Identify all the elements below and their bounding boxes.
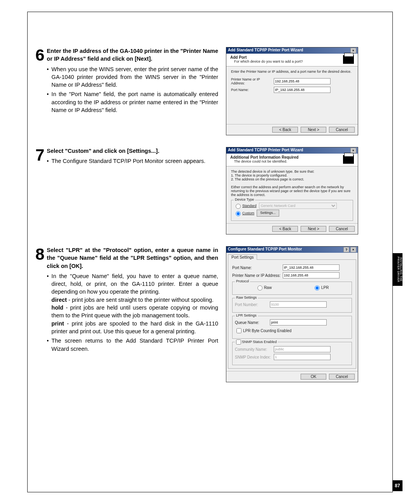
protocol-legend: Protocol	[235, 279, 250, 283]
step6-bullet-1: When you use the WINS server, enter the …	[47, 65, 218, 89]
dlg6-title: Add Standard TCP/IP Printer Port Wizard	[228, 48, 303, 53]
next-button[interactable]: Next >	[301, 127, 326, 133]
ok-button[interactable]: OK	[301, 374, 326, 380]
dlg6-banner-title: Add Port	[230, 55, 303, 60]
community-field	[274, 346, 331, 352]
next-button[interactable]: Next >	[301, 226, 326, 232]
tab-port-settings[interactable]: Port Settings	[228, 254, 257, 260]
label-raw: Raw	[264, 285, 272, 290]
printer-icon	[343, 155, 354, 164]
dialog-add-port: Add Standard TCP/IP Printer Port Wizard …	[226, 47, 358, 135]
lpr-byte-counting-label: LPR Byte Counting Enabled	[243, 329, 292, 333]
lpr-settings-legend: LPR Settings	[235, 313, 258, 317]
close-icon[interactable]: ×	[350, 148, 356, 153]
ip-field[interactable]	[283, 272, 340, 278]
page-number: 87	[392, 480, 402, 491]
raw-settings-legend: Raw Settings	[235, 296, 258, 299]
radio-standard[interactable]	[236, 204, 241, 209]
snmp-checkbox[interactable]	[236, 340, 241, 345]
label-standard: Standard	[242, 204, 257, 208]
dlg7-banner-title: Additional Port Information Required	[230, 155, 299, 159]
dlg7-title: Add Standard TCP/IP Printer Port Wizard	[228, 148, 303, 153]
dlg6-instruction: Enter the Printer Name or IP address, an…	[231, 70, 353, 74]
dlg8-title: Configure Standard TCP/IP Port Monitor	[228, 247, 302, 252]
step6-bullet-2: In the "Port Name" field, the port name …	[47, 90, 218, 114]
page-frame: 6 Enter the IP address of the GA-1040 pr…	[27, 12, 393, 492]
side-tab-label: INSTALLING THE PRINTER DRIVER	[392, 253, 402, 286]
radio-custom[interactable]	[236, 211, 241, 216]
dlg8-ip-label: Printer Name or IP Address:	[232, 273, 283, 278]
community-label: Community Name:	[235, 347, 274, 352]
help-icon[interactable]: ?	[343, 247, 349, 252]
dlg8-port-name-label: Port Name:	[232, 266, 283, 270]
dlg7-body-text: The detected device is of unknown type. …	[231, 170, 353, 197]
dlg6-label-ip: Printer Name or IP Address:	[231, 77, 274, 85]
step-7: 7 Select "Custom" and click on [Settings…	[35, 147, 385, 234]
dlg7-banner-sub: The device could not be identified.	[234, 159, 299, 163]
step-number-6: 6	[35, 47, 44, 63]
lpr-byte-counting-checkbox[interactable]	[236, 328, 242, 333]
printer-icon	[343, 55, 354, 64]
step-8: 8 Select "LPR" at the "Protocol" option,…	[35, 246, 385, 382]
step8-bullet-1: In the "Queue Name" field, you have to e…	[47, 272, 218, 335]
step8-bullet-2: The screen returns to the Add Standard T…	[47, 337, 218, 353]
close-icon[interactable]: ×	[350, 48, 356, 53]
step-number-8: 8	[35, 246, 44, 262]
port-number-label: Port Number:	[235, 303, 270, 307]
cancel-button[interactable]: Cancel	[329, 374, 355, 380]
port-name-input[interactable]	[274, 87, 331, 93]
port-number-field	[270, 301, 327, 308]
radio-lpr[interactable]	[315, 285, 320, 290]
queue-name-label: Queue Name:	[235, 320, 270, 325]
snmp-index-label: SNMP Device Index:	[235, 355, 274, 359]
device-type-legend: Device Type	[234, 198, 255, 201]
step6-heading: Enter the IP address of the GA-1040 prin…	[47, 47, 218, 63]
snmp-legend: SNMP Status Enabled	[235, 340, 278, 345]
step7-heading: Select "Custom" and click on [Settings..…	[47, 147, 205, 155]
label-custom: Custom	[242, 211, 254, 215]
back-button[interactable]: < Back	[272, 127, 298, 133]
port-name-field[interactable]	[283, 264, 340, 271]
radio-raw[interactable]	[257, 285, 262, 290]
step8-heading: Select "LPR" at the "Protocol" option, e…	[47, 246, 218, 270]
cancel-button[interactable]: Cancel	[329, 226, 355, 232]
dialog-additional-port: Add Standard TCP/IP Printer Port Wizard …	[226, 147, 358, 234]
step7-bullet-1: The Configure Standard TCP/IP Port Monit…	[47, 157, 205, 165]
standard-select[interactable]: Generic Network Card	[259, 203, 337, 209]
back-button[interactable]: < Back	[272, 226, 298, 232]
step-6: 6 Enter the IP address of the GA-1040 pr…	[35, 47, 385, 135]
snmp-index-field	[274, 354, 331, 360]
cancel-button[interactable]: Cancel	[329, 127, 355, 133]
settings-button[interactable]: Settings...	[257, 210, 279, 217]
close-icon[interactable]: ×	[350, 247, 356, 252]
queue-name-field[interactable]	[270, 319, 327, 326]
dlg6-label-port: Port Name:	[231, 88, 274, 92]
label-lpr: LPR	[321, 285, 329, 290]
dialog-configure-port: Configure Standard TCP/IP Port Monitor ?…	[226, 246, 358, 382]
printer-ip-input[interactable]	[274, 78, 331, 84]
dlg6-banner-sub: For which device do you want to add a po…	[234, 60, 303, 63]
step-number-7: 7	[35, 147, 44, 163]
